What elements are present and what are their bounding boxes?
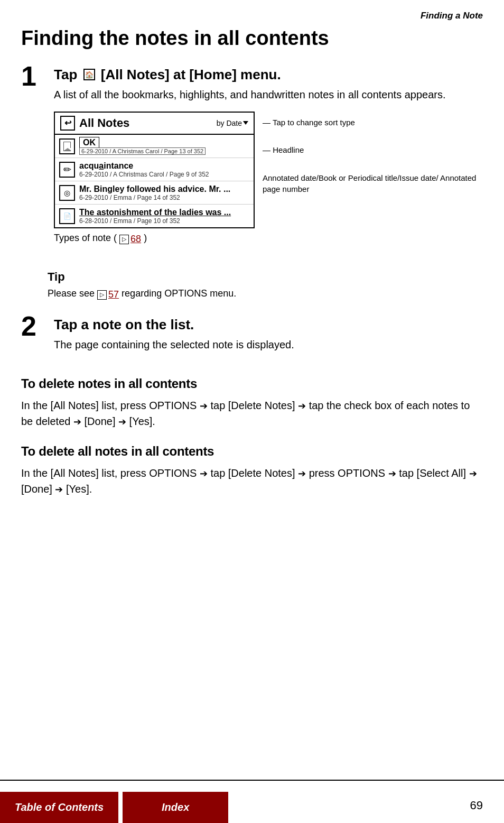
section-delete-all: To delete all notes in all contents In t… [21, 444, 483, 497]
note-type-icon-3: ◎ [59, 185, 75, 201]
bottom-divider [0, 780, 504, 781]
notes-header-title: All Notes [79, 116, 129, 130]
tip-section: Tip Please see ▷ 57 regarding OPTIONS me… [48, 270, 483, 301]
types-link[interactable]: ▷ 68 [119, 234, 141, 245]
types-page-num: 68 [130, 234, 141, 245]
step1-section: 1 Tap 🏠 Tap [All Notes] at [Home] menu. … [21, 67, 483, 260]
sort-label: by Date [217, 119, 242, 127]
toc-button[interactable]: Table of Contents [0, 792, 118, 823]
tip-page-num: 57 [108, 288, 119, 301]
note-type-icon-2: ✏ [59, 162, 75, 178]
chapter-title: Finding a Note [421, 11, 483, 21]
callouts-column: Tap to change sort type Headline Annotat… [263, 112, 483, 195]
step2-number: 2 [21, 312, 48, 340]
callout-sort-type: Tap to change sort type [263, 117, 483, 129]
note-type-icon-1 [59, 138, 75, 154]
callout-headline: Headline [263, 144, 483, 156]
notes-header-left: ↩ All Notes [60, 116, 129, 131]
section-delete-body: In the [All Notes] list, press OPTIONS ➔… [21, 397, 483, 429]
types-line: Types of note ( ▷ 68 ) [54, 233, 483, 245]
bottom-nav: Table of Contents Index [0, 792, 504, 823]
tip-link[interactable]: ▷ 57 [97, 288, 119, 301]
note-item-4[interactable]: 📄 The astonishment of the ladies was ...… [55, 205, 254, 227]
note-headline-1: OK [79, 137, 249, 147]
note-text-2: acquaintance 6-29-2010 / A Christmas Car… [79, 161, 249, 178]
section-delete-heading: To delete notes in all contents [21, 376, 483, 391]
home-icon: 🏠 [83, 69, 95, 80]
step1-title: Tap 🏠 Tap [All Notes] at [Home] menu. [A… [54, 67, 483, 83]
tip-link-icon: ▷ [97, 290, 107, 300]
index-button[interactable]: Index [123, 792, 228, 823]
note-headline-4: The astonishment of the ladies was ... [79, 207, 249, 217]
step1-content: Tap 🏠 Tap [All Notes] at [Home] menu. [A… [54, 67, 483, 260]
ok-label: OK [79, 137, 99, 148]
main-title: Finding the notes in all contents [21, 26, 483, 51]
section-delete-all-body: In the [All Notes] list, press OPTIONS ➔… [21, 465, 483, 497]
tip-title: Tip [48, 270, 483, 284]
page-wrapper: Finding a Note Finding the notes in all … [0, 0, 504, 823]
note-text-1: OK 6-29-2010 / A Christmas Carol / Page … [79, 137, 249, 155]
note-headline-2: acquaintance [79, 161, 249, 171]
note-headline-3: Mr. Bingley followed his advice. Mr. ... [79, 184, 249, 194]
step2-title: Tap a note on the list. [54, 317, 483, 333]
note-meta-2: 6-29-2010 / A Christmas Carol / Page 9 o… [79, 171, 249, 178]
callout-annotated: Annotated date/Book or Periodical title/… [263, 172, 483, 195]
page-number: 69 [470, 799, 483, 812]
note-item-3[interactable]: ◎ Mr. Bingley followed his advice. Mr. .… [55, 181, 254, 205]
link-box-icon: ▷ [119, 235, 129, 244]
tip-text: Please see ▷ 57 regarding OPTIONS menu. [48, 287, 483, 301]
notes-header: ↩ All Notes by Date [55, 113, 254, 135]
note-item-1[interactable]: OK 6-29-2010 / A Christmas Carol / Page … [55, 135, 254, 158]
note-item-2[interactable]: ✏ acquaintance 6-29-2010 / A Christmas C… [55, 158, 254, 181]
section-delete: To delete notes in all contents In the [… [21, 376, 483, 429]
step2-content: Tap a note on the list. The page contain… [54, 317, 483, 362]
notes-sort[interactable]: by Date [217, 119, 248, 127]
sort-arrow-icon [243, 121, 248, 125]
note-text-3: Mr. Bingley followed his advice. Mr. ...… [79, 184, 249, 201]
note-meta-1: 6-29-2010 / A Christmas Carol / Page 13 … [79, 147, 249, 155]
note-text-4: The astonishment of the ladies was ... 6… [79, 207, 249, 225]
note-meta-4: 6-28-2010 / Emma / Page 10 of 352 [79, 217, 249, 225]
all-notes-icon: ↩ [60, 116, 75, 131]
chapter-header: Finding a Note [21, 11, 483, 21]
all-notes-area: ↩ All Notes by Date [54, 112, 483, 229]
step2-section: 2 Tap a note on the list. The page conta… [21, 317, 483, 362]
step2-description: The page containing the selected note is… [54, 337, 483, 352]
step1-number: 1 [21, 62, 48, 90]
step1-description: A list of all the bookmarks, highlights,… [54, 87, 483, 102]
section-delete-all-heading: To delete all notes in all contents [21, 444, 483, 459]
all-notes-widget: ↩ All Notes by Date [54, 112, 255, 229]
note-meta-3: 6-29-2010 / Emma / Page 14 of 352 [79, 194, 249, 201]
note-type-icon-4: 📄 [59, 208, 75, 224]
